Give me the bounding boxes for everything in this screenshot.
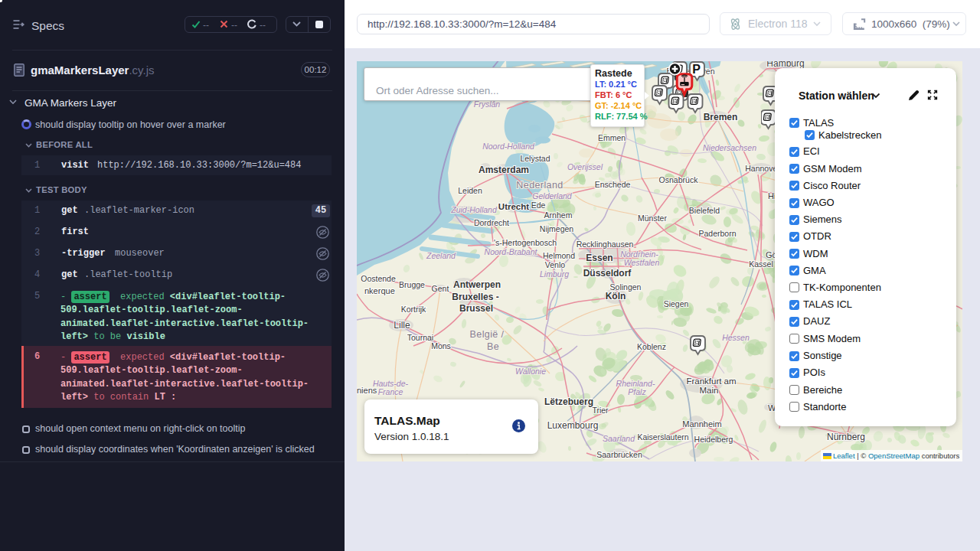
svg-text:Helmond: Helmond xyxy=(543,251,575,260)
svg-text:Mons: Mons xyxy=(431,341,451,350)
svg-text:Brugge: Brugge xyxy=(399,280,425,289)
svg-text:Enschede: Enschede xyxy=(595,180,631,189)
svg-text:Lëtzebuerg: Lëtzebuerg xyxy=(544,396,593,407)
svg-text:België /: België / xyxy=(470,329,505,340)
svg-text:Tournai: Tournai xyxy=(407,333,433,342)
svg-text:Heidelberg: Heidelberg xyxy=(694,435,733,444)
svg-text:Frankfurt am: Frankfurt am xyxy=(686,377,736,386)
svg-text:Paderborn: Paderborn xyxy=(698,229,736,238)
svg-text:Gelderland: Gelderland xyxy=(532,191,573,201)
svg-text:Lille: Lille xyxy=(394,320,410,331)
svg-text:Lelystad: Lelystad xyxy=(520,154,550,163)
svg-text:Arnhem: Arnhem xyxy=(544,210,573,220)
svg-text:Bielefeld: Bielefeld xyxy=(689,206,720,215)
svg-text:Leiden: Leiden xyxy=(458,186,482,195)
svg-text:Zeeland: Zeeland xyxy=(426,251,456,260)
svg-text:Mannheim: Mannheim xyxy=(682,419,721,429)
svg-text:Wallonie: Wallonie xyxy=(515,367,546,376)
svg-text:Trier: Trier xyxy=(592,406,609,415)
svg-text:Limburg: Limburg xyxy=(540,269,569,279)
svg-text:Nijmegen: Nijmegen xyxy=(540,224,574,233)
svg-text:Niedersachsen: Niedersachsen xyxy=(703,143,756,152)
svg-text:Kassel: Kassel xyxy=(749,259,773,269)
svg-text:Main: Main xyxy=(700,386,719,395)
svg-text:Venlo: Venlo xyxy=(545,260,565,269)
svg-text:Osnabrück: Osnabrück xyxy=(659,175,699,184)
svg-text:Utrecht: Utrecht xyxy=(498,202,529,211)
svg-text:Bruxelles -: Bruxelles - xyxy=(452,292,498,302)
svg-text:Luxembourg: Luxembourg xyxy=(547,420,599,431)
svg-text:Düsseldorf: Düsseldorf xyxy=(583,268,632,279)
svg-text:Oostende: Oostende xyxy=(361,274,396,283)
svg-text:Emmen: Emmen xyxy=(598,133,626,142)
svg-text:Be: Be xyxy=(487,341,499,352)
svg-text:nkerque: nkerque xyxy=(364,286,395,295)
svg-text:Nederland: Nederland xyxy=(516,180,563,191)
svg-text:Pfalz: Pfalz xyxy=(628,387,646,396)
svg-text:'s-Hertogenbosch: 's-Hertogenbosch xyxy=(494,238,557,247)
svg-text:Westfalen: Westfalen xyxy=(624,258,660,267)
svg-text:Koblenz: Koblenz xyxy=(637,342,666,351)
svg-text:Siegen: Siegen xyxy=(664,299,689,308)
svg-text:Overijssel: Overijssel xyxy=(567,162,603,171)
svg-text:Noord-Holland: Noord-Holland xyxy=(482,142,535,151)
svg-text:France: France xyxy=(378,387,403,396)
svg-text:Dordrecht: Dordrecht xyxy=(474,218,509,227)
svg-text:Saarland: Saarland xyxy=(603,434,635,443)
svg-text:P: P xyxy=(692,63,701,76)
svg-text:Solingen: Solingen xyxy=(610,282,642,292)
svg-text:Antwerpen: Antwerpen xyxy=(453,279,501,290)
svg-text:Kaiserslautern: Kaiserslautern xyxy=(637,432,688,442)
svg-text:Köln: Köln xyxy=(606,291,626,302)
svg-text:Noord-Brabant: Noord-Brabant xyxy=(485,247,538,256)
svg-text:Kortrijk: Kortrijk xyxy=(401,305,426,314)
svg-text:Ede: Ede xyxy=(531,201,546,210)
svg-text:Zuid-Holland: Zuid-Holland xyxy=(450,205,498,214)
svg-text:Gent: Gent xyxy=(432,284,449,293)
svg-text:Amsterdam: Amsterdam xyxy=(479,165,529,175)
svg-text:Saarbrücken: Saarbrücken xyxy=(596,450,642,459)
svg-text:Nürnberg: Nürnberg xyxy=(827,432,865,442)
svg-text:Münster: Münster xyxy=(638,214,667,223)
svg-text:Hessen: Hessen xyxy=(722,333,750,342)
svg-text:Essen: Essen xyxy=(586,253,612,263)
svg-text:Brussel: Brussel xyxy=(459,303,493,314)
svg-text:Recklinghausen: Recklinghausen xyxy=(577,240,634,249)
